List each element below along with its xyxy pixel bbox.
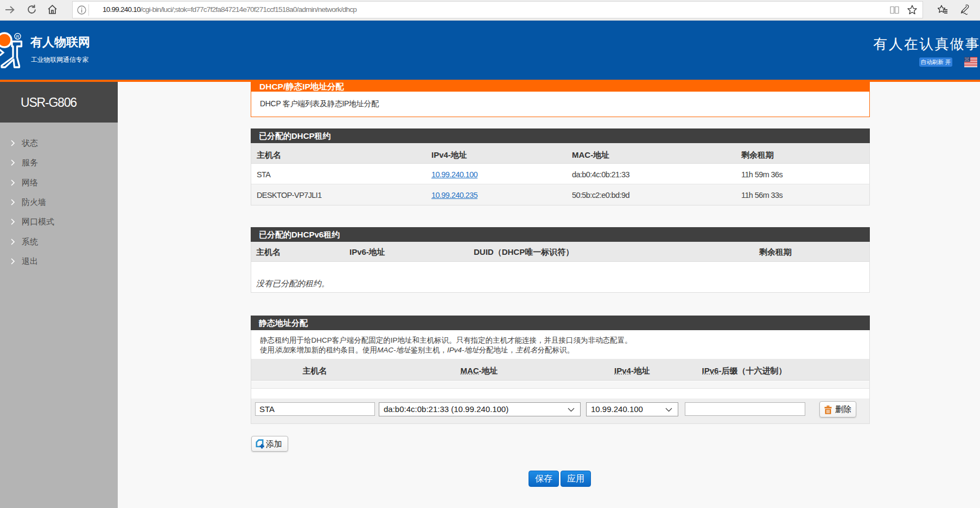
- svg-text:R: R: [16, 34, 19, 40]
